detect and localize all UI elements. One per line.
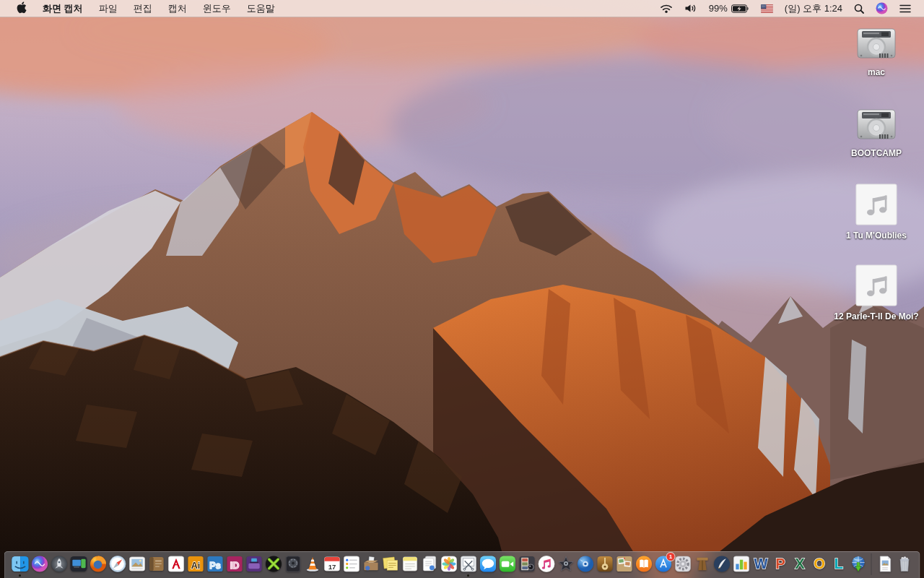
running-indicator-dot: [19, 574, 21, 577]
dock-icon-numbers09[interactable]: [732, 555, 751, 575]
dock-icon-notes[interactable]: [401, 555, 419, 575]
svg-text:17: 17: [328, 563, 336, 571]
dock-icon-sysprefs[interactable]: [674, 555, 692, 575]
menu-edit[interactable]: 편집: [126, 0, 160, 17]
dock-icon-photobooth[interactable]: [518, 555, 536, 575]
battery-icon: [731, 4, 749, 13]
battery-indicator[interactable]: 99%: [703, 0, 755, 17]
desktop-icon-drive[interactable]: mac: [833, 26, 920, 79]
dock-icon-imovie[interactable]: [557, 555, 575, 575]
dock-icon-siri[interactable]: [30, 555, 49, 575]
apple-icon: [17, 1, 27, 16]
desktop-icon-drive[interactable]: BOOTCAMP: [833, 107, 920, 160]
desktop-icon-audio[interactable]: 1 Tu M'Oublies: [833, 184, 920, 242]
apple-menu[interactable]: [9, 0, 35, 17]
audio-file-icon: [855, 264, 897, 309]
dock-icon-appstore[interactable]: 1: [654, 555, 673, 575]
dock-icon-ibooks[interactable]: [635, 555, 653, 575]
dock-icon-launchpad[interactable]: [50, 555, 69, 575]
menu-bar: 화면 캡처 파일 편집 캡처 윈도우 도움말 99% (일) 오후 1:24: [0, 0, 924, 17]
hard-drive-icon: [855, 26, 897, 65]
dock-icon-officeletter[interactable]: W: [751, 555, 770, 575]
menu-file[interactable]: 파일: [91, 0, 126, 17]
dock-icon-facetime[interactable]: [498, 555, 517, 575]
dock-icon-finder[interactable]: [11, 555, 30, 575]
svg-text:ID: ID: [230, 561, 239, 571]
desktop-icon-label: 1 Tu M'Oublies: [846, 230, 907, 242]
desktop-icon-label: mac: [868, 67, 885, 79]
dock-icon-collage[interactable]: [615, 555, 634, 575]
desktop-icon-audio[interactable]: 12 Parle-T-Il De Moi?: [833, 264, 920, 323]
svg-text:O: O: [814, 556, 825, 571]
dock-icon-officeletter[interactable]: O: [810, 555, 829, 575]
dock-icon-xee[interactable]: [264, 555, 283, 575]
search-icon[interactable]: [848, 0, 870, 17]
dock-icon-officeletter[interactable]: P: [771, 555, 790, 575]
dock-icon-indesign[interactable]: ID: [225, 555, 244, 575]
audio-file-icon: [855, 184, 897, 228]
dock-icon-garageband[interactable]: [596, 555, 614, 575]
dock-icon-keynote09[interactable]: [693, 555, 712, 575]
desktop-icon-label: BOOTCAMP: [851, 148, 902, 160]
siri-icon[interactable]: [870, 0, 894, 17]
dock-icon-reminders[interactable]: [342, 555, 361, 575]
dock-items: AiPsID171WPXOL: [11, 555, 868, 575]
dock-icon-illustrator[interactable]: Ai: [186, 555, 205, 575]
dock-icon-toast[interactable]: [245, 555, 263, 575]
svg-text:Ai: Ai: [191, 561, 200, 571]
dock-icon-calendar[interactable]: 17: [323, 555, 341, 575]
svg-text:W: W: [754, 556, 768, 571]
dock-icon-stickies[interactable]: [381, 555, 400, 575]
desktop-icon-label: 12 Parle-T-Il De Moi?: [834, 311, 918, 323]
volume-icon[interactable]: [679, 0, 703, 17]
dock-icon-officeletter[interactable]: X: [790, 555, 809, 575]
battery-percent: 99%: [709, 3, 728, 14]
dock-icon-docsapp[interactable]: [420, 555, 439, 575]
menu-help[interactable]: 도움말: [239, 0, 283, 17]
dock-icon-safari[interactable]: [108, 555, 127, 575]
dock-icon-boxapp[interactable]: [362, 555, 380, 575]
dock: AiPsID171WPXOL: [4, 551, 920, 578]
dock-icon-screensapp[interactable]: [69, 555, 88, 575]
dock-icon-trash[interactable]: [895, 555, 914, 575]
dock-separator: [871, 553, 872, 575]
dock-icon-preview[interactable]: [128, 555, 147, 575]
svg-text:P: P: [775, 556, 785, 571]
menu-window[interactable]: 윈도우: [195, 0, 239, 17]
menu-bar-left: 화면 캡처 파일 편집 캡처 윈도우 도움말: [0, 0, 283, 17]
dock-icon-acrobat[interactable]: [167, 555, 186, 575]
dock-icon-docfile[interactable]: [876, 555, 894, 575]
svg-text:L: L: [834, 556, 842, 571]
dock-icon-addressbook[interactable]: [147, 555, 166, 575]
dock-icon-firefox[interactable]: [89, 555, 108, 575]
dock-icon-pages09[interactable]: [712, 555, 731, 575]
svg-text:X: X: [795, 556, 805, 571]
dock-icon-itunes[interactable]: [537, 555, 556, 575]
menu-capture[interactable]: 캡처: [160, 0, 195, 17]
dock-icon-photoshop[interactable]: Ps: [206, 555, 225, 575]
input-source-flag[interactable]: [755, 0, 779, 17]
menu-app-name[interactable]: 화면 캡처: [35, 0, 91, 17]
dock-icon-officeletter[interactable]: L: [829, 555, 848, 575]
dock-icon-photos[interactable]: [440, 555, 458, 575]
dock-right-items: [876, 555, 914, 575]
notification-center-icon[interactable]: [894, 0, 917, 17]
dock-icon-idvd[interactable]: [576, 555, 595, 575]
dock-icon-disktool[interactable]: [284, 555, 302, 575]
dock-icon-vlc[interactable]: [303, 555, 322, 575]
svg-text:Ps: Ps: [209, 561, 220, 571]
dock-icon-globedl[interactable]: [849, 555, 868, 575]
running-indicator-dot: [467, 574, 469, 577]
dock-icon-grab[interactable]: [459, 555, 478, 575]
wifi-icon[interactable]: [654, 0, 679, 17]
menu-bar-clock[interactable]: (일) 오후 1:24: [779, 0, 848, 17]
dock-icon-messages[interactable]: [479, 555, 497, 575]
menu-bar-status: 99% (일) 오후 1:24: [654, 0, 924, 17]
desktop-wallpaper: [0, 0, 924, 578]
hard-drive-icon: [855, 107, 897, 146]
